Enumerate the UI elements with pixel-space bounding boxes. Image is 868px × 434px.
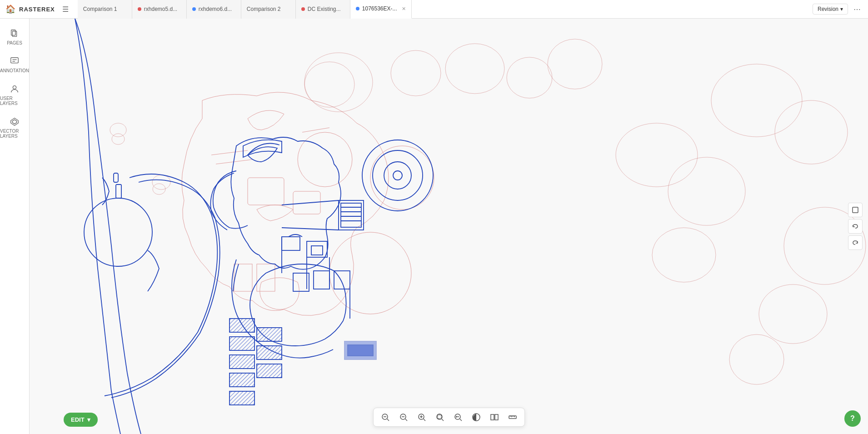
- tab-dot: [356, 7, 359, 10]
- zoom-in-button[interactable]: [415, 411, 428, 424]
- tab-dot: [192, 7, 196, 11]
- tab-close-icon[interactable]: ✕: [402, 6, 406, 12]
- pages-icon: [10, 29, 20, 39]
- tab-rxhdemo6[interactable]: rxhdemo6.d...: [187, 0, 241, 19]
- svg-line-75: [387, 419, 389, 421]
- tab-rxhdemo5[interactable]: rxhdemo5.d...: [132, 0, 187, 19]
- tab-dot: [138, 7, 141, 11]
- svg-rect-86: [438, 415, 441, 419]
- zoom-out-button[interactable]: [397, 411, 410, 424]
- revision-button[interactable]: Revision ▾: [813, 4, 848, 15]
- edit-label: EDIT: [71, 416, 85, 423]
- more-options-button[interactable]: ⋯: [852, 3, 863, 15]
- tab-label: Comparison 1: [83, 6, 117, 12]
- chevron-down-icon: ▾: [840, 6, 843, 12]
- vector-layers-icon: [10, 117, 20, 127]
- edit-button[interactable]: EDIT ▾: [64, 413, 98, 427]
- svg-line-88: [460, 419, 462, 421]
- zoom-out-icon: [399, 413, 408, 422]
- hamburger-menu[interactable]: ☰: [59, 5, 72, 14]
- sidebar-item-annotation[interactable]: ANNOTATION: [0, 51, 29, 79]
- sidebar-label: ANNOTATION: [0, 68, 29, 73]
- svg-rect-53: [229, 391, 254, 405]
- svg-rect-9: [30, 19, 868, 434]
- contrast-icon: [472, 413, 481, 422]
- blueprint-drawing: [30, 19, 868, 434]
- bottom-toolbar: [373, 408, 525, 427]
- tab-comparison1[interactable]: Comparison 1: [78, 0, 132, 19]
- zoom-fit-button[interactable]: [379, 411, 392, 424]
- compare-button[interactable]: [488, 411, 501, 424]
- canvas-area: EDIT ▾ ?: [30, 19, 868, 434]
- svg-rect-73: [853, 207, 858, 213]
- zoom-in-icon: [417, 413, 426, 422]
- svg-rect-54: [257, 328, 282, 341]
- tab-label: 1076536EX-...: [362, 5, 397, 12]
- undo-button[interactable]: [848, 219, 863, 234]
- right-controls: Revision ▾ ⋯: [807, 3, 868, 15]
- zoom-area-icon: [435, 413, 444, 422]
- tab-comparison2[interactable]: Comparison 2: [241, 0, 296, 19]
- tab-dot: [301, 7, 305, 11]
- svg-line-85: [442, 419, 444, 421]
- zoom-previous-icon: [454, 413, 463, 422]
- revision-label: Revision: [818, 6, 838, 12]
- svg-rect-0: [11, 30, 15, 35]
- measure-button[interactable]: [506, 411, 519, 424]
- help-button[interactable]: ?: [844, 410, 861, 427]
- sidebar-item-user-layers[interactable]: USER LAYERS: [0, 79, 29, 111]
- sidebar-item-vector-layers[interactable]: VECTOR LAYERS: [0, 111, 29, 144]
- tab-label: DC Existing...: [308, 6, 341, 12]
- tab-label: rxhdemo5.d...: [144, 6, 177, 12]
- user-layers-icon: [10, 84, 20, 94]
- svg-rect-51: [229, 355, 254, 369]
- svg-rect-55: [257, 346, 282, 359]
- tab-1076536ex[interactable]: 1076536EX-... ✕: [350, 0, 412, 19]
- svg-point-5: [13, 86, 16, 89]
- right-tools-panel: [848, 203, 863, 250]
- sidebar-label: VECTOR LAYERS: [0, 129, 29, 139]
- logo-area: 🏠 RASTEREX ☰: [0, 4, 78, 14]
- polygon-tool-button[interactable]: [848, 203, 863, 217]
- redo-button[interactable]: [848, 235, 863, 250]
- tab-label: Comparison 2: [247, 6, 281, 12]
- polygon-icon: [852, 206, 859, 214]
- svg-rect-92: [491, 414, 494, 420]
- zoom-previous-button[interactable]: [452, 411, 464, 424]
- svg-rect-93: [495, 414, 498, 420]
- sidebar-label: USER LAYERS: [0, 96, 29, 106]
- home-icon[interactable]: 🏠: [5, 4, 15, 14]
- svg-rect-52: [229, 373, 254, 387]
- tab-bar: Comparison 1 rxhdemo5.d... rxhdemo6.d...…: [78, 0, 807, 19]
- compare-icon: [490, 413, 499, 422]
- svg-rect-56: [257, 364, 282, 378]
- zoom-area-button[interactable]: [434, 411, 446, 424]
- svg-rect-50: [229, 337, 254, 350]
- app-logo: RASTEREX: [19, 6, 55, 13]
- sidebar-item-pages[interactable]: PAGES: [0, 23, 29, 51]
- help-label: ?: [850, 414, 855, 423]
- svg-rect-1: [12, 31, 16, 37]
- svg-marker-7: [12, 120, 16, 124]
- tab-label: rxhdemo6.d...: [199, 6, 232, 12]
- svg-line-81: [424, 419, 425, 421]
- svg-rect-58: [348, 345, 373, 356]
- edit-chevron-icon: ▾: [87, 416, 90, 423]
- sidebar: PAGES ANNOTATION USER LAYERS VECTOR LAYE…: [0, 19, 30, 434]
- annotation-icon: [10, 56, 20, 66]
- contrast-button[interactable]: [470, 411, 483, 424]
- zoom-fit-icon: [381, 413, 390, 422]
- redo-icon: [852, 239, 859, 246]
- measure-icon: [508, 413, 517, 422]
- svg-rect-2: [11, 58, 19, 63]
- tab-dc-existing[interactable]: DC Existing...: [296, 0, 350, 19]
- svg-marker-6: [11, 118, 19, 126]
- svg-line-78: [405, 419, 407, 421]
- topbar: 🏠 RASTEREX ☰ Comparison 1 rxhdemo5.d... …: [0, 0, 868, 19]
- undo-icon: [852, 223, 859, 230]
- sidebar-label: PAGES: [7, 40, 22, 45]
- svg-rect-49: [229, 319, 254, 332]
